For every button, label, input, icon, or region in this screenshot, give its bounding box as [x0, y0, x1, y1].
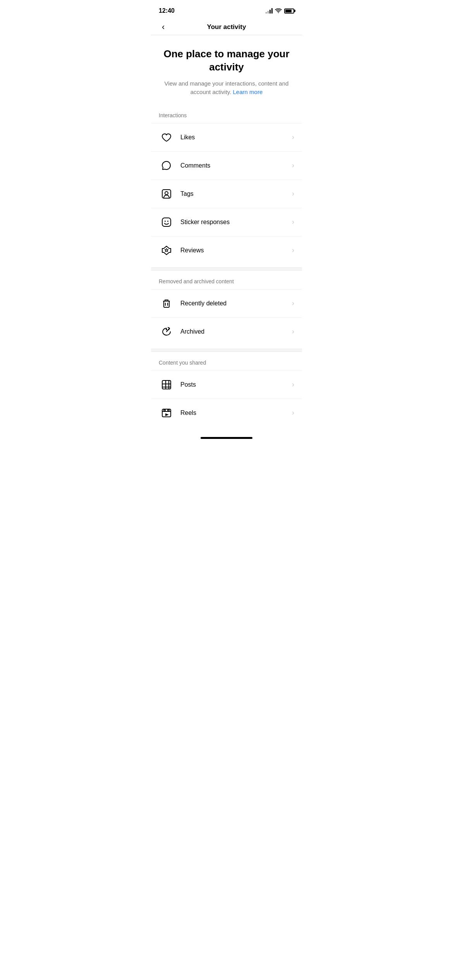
reels-label: Reels — [180, 409, 292, 416]
archived-label: Archived — [180, 328, 292, 335]
comments-icon — [159, 158, 174, 173]
signal-icon — [266, 8, 273, 14]
home-bar — [201, 437, 252, 439]
nav-bar: ‹ Your activity — [151, 19, 302, 35]
menu-item-reviews[interactable]: Reviews › — [151, 236, 302, 264]
section-label-interactions: Interactions — [151, 112, 302, 123]
sticker-responses-icon — [159, 214, 174, 230]
svg-marker-18 — [165, 413, 169, 416]
reviews-label: Reviews — [180, 247, 292, 254]
wifi-icon — [275, 9, 282, 14]
svg-rect-5 — [164, 301, 169, 307]
recently-deleted-chevron: › — [292, 299, 294, 307]
page-title: Your activity — [207, 23, 246, 31]
reviews-icon — [159, 243, 174, 258]
reels-icon — [159, 405, 174, 421]
menu-item-archived[interactable]: Archived › — [151, 317, 302, 346]
svg-point-4 — [167, 221, 168, 222]
section-label-removed-archived: Removed and archived content — [151, 278, 302, 289]
comments-label: Comments — [180, 162, 292, 169]
battery-icon — [284, 9, 294, 14]
menu-item-comments[interactable]: Comments › — [151, 151, 302, 180]
likes-icon — [159, 130, 174, 145]
likes-label: Likes — [180, 134, 292, 141]
likes-chevron: › — [292, 133, 294, 141]
archived-chevron: › — [292, 327, 294, 336]
svg-rect-0 — [162, 190, 171, 198]
svg-rect-2 — [162, 218, 171, 226]
status-time: 12:40 — [159, 7, 175, 14]
tags-icon — [159, 186, 174, 202]
menu-item-tags[interactable]: Tags › — [151, 180, 302, 208]
tags-chevron: › — [292, 190, 294, 198]
status-icons — [266, 8, 294, 14]
section-interactions: Interactions Likes › Comments › Tags — [151, 105, 302, 264]
menu-item-likes[interactable]: Likes › — [151, 123, 302, 151]
menu-item-posts[interactable]: Posts › — [151, 370, 302, 399]
sticker-responses-label: Sticker responses — [180, 219, 292, 226]
archived-icon — [159, 324, 174, 339]
svg-rect-9 — [162, 380, 171, 389]
comments-chevron: › — [292, 161, 294, 170]
menu-item-reels[interactable]: Reels › — [151, 399, 302, 427]
hero-title: One place to manage your activity — [160, 48, 293, 74]
hero-subtitle: View and manage your interactions, conte… — [160, 79, 293, 97]
svg-point-3 — [165, 221, 166, 222]
tags-label: Tags — [180, 190, 292, 197]
svg-point-16 — [164, 409, 165, 411]
posts-label: Posts — [180, 381, 292, 388]
svg-point-17 — [168, 409, 169, 411]
sticker-responses-chevron: › — [292, 218, 294, 226]
svg-point-1 — [165, 192, 168, 195]
status-bar: 12:40 — [151, 0, 302, 19]
recently-deleted-label: Recently deleted — [180, 300, 292, 307]
back-button[interactable]: ‹ — [159, 21, 168, 34]
reels-chevron: › — [292, 409, 294, 417]
recently-deleted-icon — [159, 296, 174, 311]
posts-chevron: › — [292, 380, 294, 389]
reviews-chevron: › — [292, 246, 294, 254]
learn-more-link[interactable]: Learn more — [233, 89, 263, 95]
menu-item-recently-deleted[interactable]: Recently deleted › — [151, 289, 302, 317]
home-indicator — [151, 431, 302, 442]
section-content-shared: Content you shared Posts › Reels — [151, 352, 302, 427]
section-label-content-shared: Content you shared — [151, 360, 302, 370]
section-removed-archived: Removed and archived content Recently de… — [151, 271, 302, 346]
posts-icon — [159, 377, 174, 392]
menu-item-sticker-responses[interactable]: Sticker responses › — [151, 208, 302, 236]
section-divider-1 — [151, 267, 302, 271]
hero-section: One place to manage your activity View a… — [151, 35, 302, 105]
section-divider-2 — [151, 349, 302, 352]
